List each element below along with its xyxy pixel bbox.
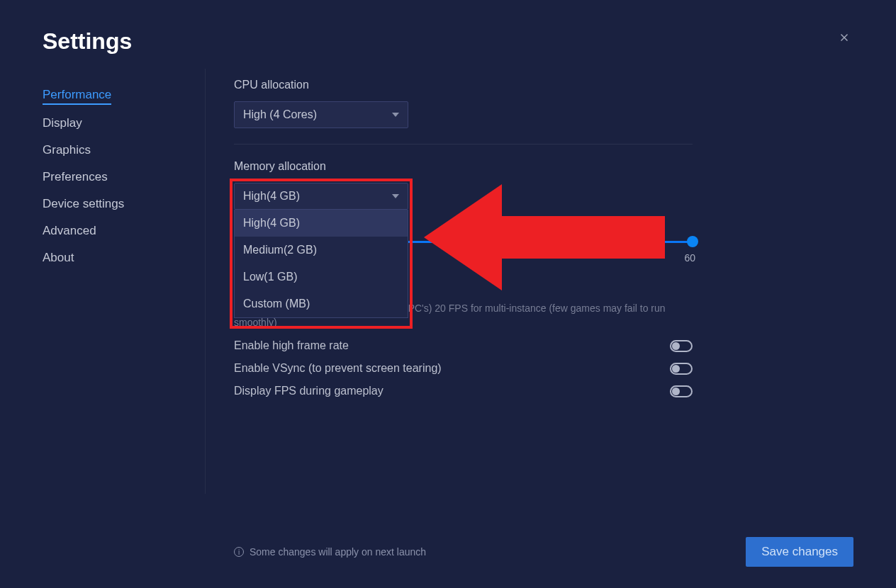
sidebar-item-advanced[interactable]: Advanced bbox=[43, 217, 205, 244]
footer-note-text: Some changes will apply on next launch bbox=[250, 546, 426, 558]
save-changes-button[interactable]: Save changes bbox=[746, 537, 853, 567]
toggle-vsync[interactable] bbox=[670, 363, 693, 375]
footer-note: i Some changes will apply on next launch bbox=[234, 546, 426, 558]
memory-allocation-label: Memory allocation bbox=[234, 160, 853, 173]
sidebar: Performance Display Graphics Preferences… bbox=[43, 69, 206, 494]
page-title: Settings bbox=[43, 28, 132, 55]
main-panel: CPU allocation High (4 Cores) Memory all… bbox=[206, 69, 853, 494]
sidebar-item-device-settings[interactable]: Device settings bbox=[43, 191, 205, 217]
sidebar-item-performance[interactable]: Performance bbox=[43, 81, 111, 105]
toggle-hfr[interactable] bbox=[670, 340, 693, 352]
sidebar-item-display[interactable]: Display bbox=[43, 110, 205, 137]
memory-allocation-dropdown: High(4 GB) Medium(2 GB) Low(1 GB) Custom… bbox=[234, 210, 408, 318]
memory-allocation-select[interactable]: High(4 GB) bbox=[234, 183, 408, 210]
chevron-down-icon bbox=[392, 113, 399, 117]
chevron-down-icon bbox=[392, 194, 399, 198]
fps-slider-max-label: 60 bbox=[684, 252, 695, 264]
info-icon: i bbox=[234, 547, 244, 557]
cpu-allocation-select[interactable]: High (4 Cores) bbox=[234, 101, 408, 128]
memory-option-medium[interactable]: Medium(2 GB) bbox=[235, 237, 408, 264]
close-icon bbox=[838, 31, 851, 44]
sidebar-item-graphics[interactable]: Graphics bbox=[43, 137, 205, 164]
toggle-hfr-label: Enable high frame rate bbox=[234, 339, 349, 352]
toggle-vsync-label: Enable VSync (to prevent screen tearing) bbox=[234, 362, 442, 375]
fps-slider-thumb[interactable] bbox=[687, 236, 698, 247]
toggle-fps-label: Display FPS during gameplay bbox=[234, 385, 383, 397]
sidebar-item-preferences[interactable]: Preferences bbox=[43, 164, 205, 191]
sidebar-item-about[interactable]: About bbox=[43, 244, 205, 271]
divider bbox=[234, 144, 693, 145]
toggle-fps[interactable] bbox=[670, 385, 693, 397]
memory-option-low[interactable]: Low(1 GB) bbox=[235, 264, 408, 290]
cpu-allocation-label: CPU allocation bbox=[234, 79, 853, 91]
memory-allocation-value: High(4 GB) bbox=[243, 190, 300, 203]
cpu-allocation-value: High (4 Cores) bbox=[243, 108, 317, 121]
close-button[interactable] bbox=[835, 28, 853, 50]
memory-option-high[interactable]: High(4 GB) bbox=[235, 210, 408, 237]
memory-option-custom[interactable]: Custom (MB) bbox=[235, 290, 408, 317]
